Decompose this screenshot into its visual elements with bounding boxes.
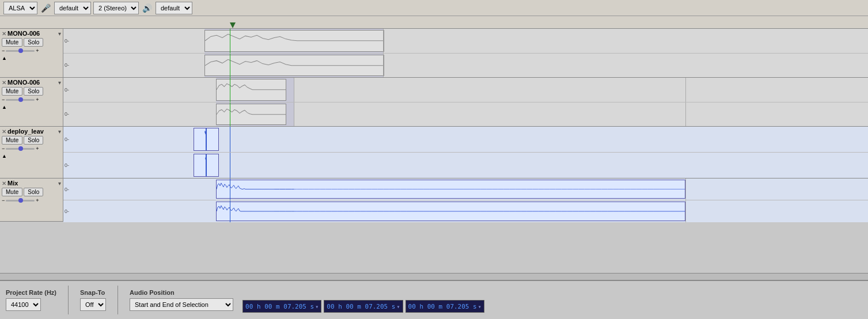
waveform-svg	[194, 154, 218, 176]
channel-2: 0-	[63, 54, 868, 78]
mute-button[interactable]: Mute	[2, 87, 22, 96]
track-header: ✕ Mix ▾ Mute Solo − +	[0, 179, 63, 221]
channel-1: 0-	[63, 179, 868, 200]
track-channels: 0- 0-	[63, 127, 868, 178]
time-dropdown-3[interactable]: ▾	[478, 303, 482, 310]
waveform-svg	[217, 104, 286, 125]
playhead-line	[230, 179, 230, 200]
waveform-area	[63, 54, 868, 78]
track-expand-icon[interactable]: ▾	[58, 180, 61, 187]
clip-block[interactable]	[216, 180, 685, 199]
gain-slider[interactable]	[6, 200, 35, 202]
track-expand-icon[interactable]: ▾	[58, 79, 61, 86]
playhead-line	[230, 29, 230, 53]
timeline-ruler[interactable]	[0, 16, 868, 29]
clip-block[interactable]	[216, 79, 286, 101]
horizontal-scrollbar[interactable]	[0, 273, 868, 280]
playhead-line	[230, 54, 230, 78]
track-collapse-icon[interactable]: ▲	[2, 153, 61, 159]
bottom-bar: Project Rate (Hz) 44100 Snap-To Off Audi…	[0, 280, 868, 319]
time-field-3[interactable]: 00 h 00 m 07.205 s ▾	[405, 300, 484, 313]
solo-button[interactable]: Solo	[24, 87, 43, 96]
audio-position-label: Audio Position	[130, 289, 233, 296]
main-toolbar: ALSA 🎤 default 2 (Stereo) 🔊 default	[0, 0, 868, 16]
track-collapse-icon[interactable]: ▲	[2, 104, 61, 110]
solo-button[interactable]: Solo	[24, 136, 43, 145]
alsa-select[interactable]: ALSA	[3, 2, 37, 14]
playhead-line	[230, 78, 230, 102]
playhead-line	[230, 200, 230, 222]
waveform-svg	[217, 79, 286, 100]
track-close-btn[interactable]: ✕	[2, 31, 6, 37]
snap-to-label: Snap-To	[80, 289, 106, 296]
gain-slider[interactable]	[6, 99, 35, 101]
clip-block[interactable]	[194, 154, 219, 177]
tracks-container: ✕ MONO-006 ▾ Mute Solo − + ▲	[0, 29, 868, 273]
gain-plus: +	[36, 97, 39, 102]
snap-to-select[interactable]: Off	[80, 298, 106, 311]
volume-icon: 🔊	[142, 3, 152, 13]
track-name: MONO-006	[7, 30, 57, 37]
gain-slider[interactable]	[6, 148, 35, 150]
track-close-btn[interactable]: ✕	[2, 180, 6, 187]
snap-to-section: Snap-To Off	[80, 289, 106, 311]
project-rate-select[interactable]: 44100	[6, 298, 41, 311]
time-fields-section: 00 h 00 m 07.205 s ▾ 00 h 00 m 07.205 s …	[242, 287, 484, 313]
output-device-select[interactable]: default	[156, 2, 192, 14]
track-row: ✕ MONO-006 ▾ Mute Solo − + ▲	[0, 29, 868, 78]
gain-plus: +	[36, 146, 39, 151]
track-channels: 0- 0-	[63, 78, 868, 126]
track-close-btn[interactable]: ✕	[2, 79, 6, 86]
time-field-2[interactable]: 00 h 00 m 07.205 s ▾	[324, 300, 403, 313]
input-device-select[interactable]: default	[54, 2, 91, 14]
clip-block[interactable]	[204, 30, 384, 52]
vertical-divider	[294, 102, 294, 127]
gain-minus: −	[2, 198, 5, 203]
vertical-divider	[685, 200, 686, 222]
time-dropdown-2[interactable]: ▾	[397, 303, 400, 310]
track-channels: 0-	[63, 179, 868, 221]
track-header: ✕ MONO-006 ▾ Mute Solo − + ▲	[0, 29, 63, 77]
waveform-svg	[205, 55, 384, 76]
main-area: ✕ MONO-006 ▾ Mute Solo − + ▲	[0, 29, 868, 273]
channel-2: 0-	[63, 102, 868, 127]
gain-slider[interactable]	[6, 50, 35, 52]
gain-plus: +	[36, 48, 39, 54]
mute-button[interactable]: Mute	[2, 136, 22, 145]
waveform-svg	[194, 128, 218, 150]
channel-1: 0-	[63, 127, 868, 153]
track-close-btn[interactable]: ✕	[2, 128, 6, 135]
waveform-area	[63, 179, 868, 200]
waveform-area	[63, 127, 868, 152]
solo-button[interactable]: Solo	[24, 188, 43, 196]
vertical-divider	[294, 78, 294, 102]
track-name: MONO-006	[7, 79, 57, 86]
divider	[117, 286, 118, 314]
track-row: ✕ Mix ▾ Mute Solo − + 0-	[0, 179, 868, 222]
track-expand-icon[interactable]: ▾	[58, 128, 61, 135]
track-row: ✕ MONO-006 ▾ Mute Solo − + ▲	[0, 78, 868, 127]
clip-block[interactable]	[194, 128, 219, 151]
clip-block[interactable]	[216, 104, 286, 126]
clip-block[interactable]	[204, 55, 384, 77]
gain-minus: −	[2, 48, 5, 54]
solo-button[interactable]: Solo	[24, 38, 43, 47]
time-dropdown-1[interactable]: ▾	[315, 303, 319, 310]
clip-block[interactable]	[216, 202, 685, 221]
gain-minus: −	[2, 97, 5, 102]
playhead-line	[230, 102, 230, 127]
project-rate-label: Project Rate (Hz)	[6, 289, 56, 296]
track-name: deploy_leav	[7, 128, 57, 135]
track-name: Mix	[7, 180, 57, 187]
channels-select[interactable]: 2 (Stereo)	[93, 2, 139, 14]
playhead-marker	[230, 22, 236, 28]
mute-button[interactable]: Mute	[2, 38, 22, 47]
track-channels: 0-	[63, 29, 868, 77]
time-field-1[interactable]: 00 h 00 m 07.205 s ▾	[242, 300, 321, 313]
channel-1: 0-	[63, 78, 868, 102]
position-type-select[interactable]: Start and End of Selection	[130, 298, 233, 311]
mute-button[interactable]: Mute	[2, 188, 22, 196]
playhead-line	[230, 127, 230, 152]
track-collapse-icon[interactable]: ▲	[2, 55, 61, 61]
track-expand-icon[interactable]: ▾	[58, 31, 61, 37]
